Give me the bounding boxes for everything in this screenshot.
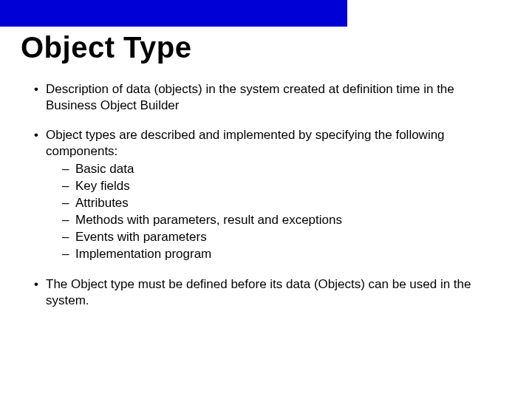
header-accent-bar <box>0 0 347 27</box>
bullet-item: Object types are described and implement… <box>30 127 502 263</box>
slide-content: Description of data (objects) in the sys… <box>30 81 502 322</box>
sub-bullet-text: Events with parameters <box>75 230 207 244</box>
page-title: Object Type <box>21 31 191 64</box>
sub-bullet-text: Attributes <box>75 196 129 210</box>
sub-bullet-item: Attributes <box>46 195 502 212</box>
sub-bullet-item: Events with parameters <box>46 229 502 246</box>
bullet-item: The Object type must be defined before i… <box>30 276 502 309</box>
sub-bullet-item: Basic data <box>46 161 502 178</box>
bullet-list: Description of data (objects) in the sys… <box>30 81 502 309</box>
bullet-text: The Object type must be defined before i… <box>46 277 471 307</box>
sub-bullet-text: Basic data <box>75 162 134 176</box>
sub-bullet-item: Implementation program <box>46 246 502 263</box>
sub-bullet-item: Key fields <box>46 178 502 195</box>
bullet-item: Description of data (objects) in the sys… <box>30 81 502 114</box>
sub-bullet-text: Key fields <box>75 179 130 193</box>
sub-bullet-text: Methods with parameters, result and exce… <box>75 213 342 227</box>
sub-bullet-text: Implementation program <box>75 247 211 261</box>
bullet-text: Description of data (objects) in the sys… <box>46 82 454 112</box>
bullet-text: Object types are described and implement… <box>46 128 445 158</box>
sub-bullet-list: Basic data Key fields Attributes Methods… <box>46 161 502 263</box>
sub-bullet-item: Methods with parameters, result and exce… <box>46 212 502 229</box>
